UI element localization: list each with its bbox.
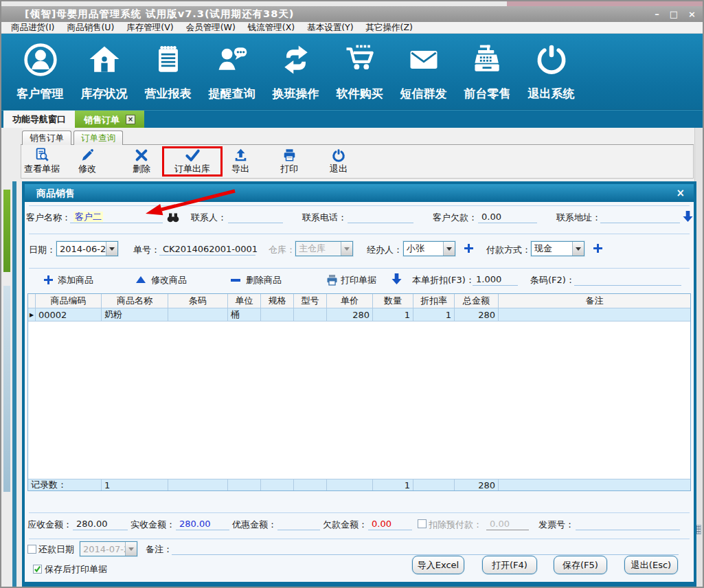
- view-doc-icon: [34, 147, 49, 162]
- toolbar-reminder-query[interactable]: 提醒查询: [200, 34, 264, 109]
- toolbar-inventory-status[interactable]: 库存状况: [72, 34, 136, 109]
- received-field[interactable]: 280.00: [176, 518, 229, 530]
- print-button[interactable]: 打印: [267, 147, 311, 175]
- minimize-button[interactable]: –: [655, 9, 659, 19]
- debt-amount-field: 0.00: [368, 518, 412, 530]
- phone-field[interactable]: [348, 211, 413, 223]
- separator: [29, 205, 690, 206]
- warehouse-combo: 主仓库: [295, 241, 353, 256]
- scroll-down-icon[interactable]: [391, 273, 402, 287]
- col-discount[interactable]: 折扣率: [413, 294, 455, 308]
- import-excel-button[interactable]: 导入Excel: [412, 556, 464, 574]
- barcode-label: 条码(F2)：: [530, 274, 575, 286]
- col-amount[interactable]: 总金额: [455, 294, 499, 308]
- toolbar-customer-mgmt[interactable]: 客户管理: [8, 34, 72, 109]
- window-controls: – □ ×: [655, 6, 696, 22]
- menu-item-cashflow[interactable]: 钱流管理(X): [242, 22, 301, 34]
- chevron-down-icon: [344, 247, 350, 251]
- dialog-header[interactable]: 商品销售 ×: [25, 184, 694, 202]
- date-label: 日期：: [29, 244, 56, 256]
- remove-product-button[interactable]: 删除商品: [246, 274, 282, 286]
- add-payment-icon[interactable]: [593, 244, 602, 253]
- row-indicator-icon: [28, 308, 36, 321]
- subtab-order-query[interactable]: 订单查询: [73, 131, 123, 145]
- payment-combo[interactable]: 现金: [531, 241, 584, 256]
- toolbar-shift-change[interactable]: 换班操作: [264, 34, 328, 109]
- export-button[interactable]: 导出: [218, 147, 262, 175]
- delete-button[interactable]: 删除: [120, 147, 163, 175]
- menu-item-settings[interactable]: 基本设置(Y): [301, 22, 359, 34]
- view-receipt-button[interactable]: 查看单据: [20, 147, 64, 175]
- toolbar-software-purchase[interactable]: 软件购买: [328, 34, 391, 109]
- modify-product-button[interactable]: 修改商品: [151, 274, 187, 286]
- add-handler-icon[interactable]: [464, 244, 473, 253]
- invoice-field[interactable]: [576, 518, 680, 530]
- tab-sales-order[interactable]: 销售订单 ×: [75, 111, 144, 128]
- toolbar-sms-broadcast[interactable]: 短信群发: [391, 34, 455, 109]
- date-combo[interactable]: 2014-06-20: [56, 241, 118, 256]
- separator: [29, 234, 690, 234]
- maximize-button[interactable]: □: [670, 9, 678, 19]
- exit-button[interactable]: 退出: [317, 147, 361, 175]
- dialog-close-icon[interactable]: ×: [676, 184, 685, 202]
- open-button[interactable]: 打开(F4): [482, 556, 537, 574]
- toolbar-front-retail[interactable]: 前台零售: [455, 34, 519, 109]
- col-price[interactable]: 单价: [327, 294, 373, 308]
- repay-date-checkbox[interactable]: [27, 545, 36, 554]
- save-button[interactable]: 保存(F5): [554, 556, 607, 574]
- modify-product-icon: [136, 276, 146, 283]
- tab-close-icon[interactable]: ×: [126, 115, 135, 124]
- qty-total: 1: [373, 479, 413, 490]
- subtab-sales-order[interactable]: 销售订单: [22, 131, 71, 145]
- print-after-save-checkbox[interactable]: [33, 565, 42, 574]
- tab-nav-window[interactable]: 功能导航窗口: [3, 111, 75, 128]
- col-unit[interactable]: 单位: [228, 294, 261, 308]
- handler-label: 经办人：: [367, 244, 402, 256]
- binoculars-icon[interactable]: [167, 212, 179, 225]
- menu-item-inventory[interactable]: 库存管理(V): [120, 22, 179, 34]
- add-product-icon: [44, 275, 53, 284]
- menu-item-members[interactable]: 会员管理(W): [180, 22, 242, 34]
- main-tab-bar: 功能导航窗口 销售订单 ×: [1, 110, 703, 128]
- handler-combo[interactable]: 小张: [403, 241, 455, 256]
- barcode-field[interactable]: [574, 273, 681, 286]
- print-receipt-button[interactable]: 打印单据: [341, 274, 376, 286]
- menu-item-purchase[interactable]: 商品进货(I): [5, 22, 60, 34]
- col-product-name[interactable]: 商品名称: [102, 294, 168, 308]
- exit-dialog-button[interactable]: 退出(Esc): [624, 556, 678, 574]
- dropdown-button[interactable]: [106, 242, 117, 256]
- power-icon: [534, 42, 569, 80]
- note-field[interactable]: [172, 543, 679, 555]
- modify-button[interactable]: 修改: [65, 147, 109, 175]
- reminder-icon: [214, 42, 250, 80]
- received-label: 实收金额：: [130, 519, 175, 531]
- discount-amount-field[interactable]: [277, 518, 320, 530]
- toolbar-business-report[interactable]: 营业报表: [136, 34, 200, 109]
- customer-debt-label: 客户欠款：: [433, 212, 477, 224]
- col-product-code[interactable]: 商品编码: [36, 294, 102, 308]
- toolbar-exit-system[interactable]: 退出系统: [519, 34, 583, 109]
- col-remark[interactable]: 备注: [499, 294, 690, 308]
- order-toolbar: 查看单据 修改 删除 订单出库 导出 打印 退出: [21, 145, 694, 179]
- col-spec[interactable]: 规格: [261, 294, 294, 308]
- customer-name-field[interactable]: 客户二: [70, 211, 163, 223]
- col-qty[interactable]: 数量: [373, 294, 413, 308]
- menu-item-sales[interactable]: 商品销售(U): [60, 22, 120, 34]
- prepay-label: 扣除预付款：: [429, 519, 482, 531]
- dropdown-button[interactable]: [572, 242, 584, 256]
- menu-item-other[interactable]: 其它操作(Z): [360, 22, 419, 34]
- contact-field[interactable]: [228, 211, 283, 223]
- warehouse-icon: [87, 42, 122, 80]
- col-model[interactable]: 型号: [294, 294, 327, 308]
- expand-down-icon[interactable]: [683, 210, 693, 225]
- close-button[interactable]: ×: [688, 9, 696, 19]
- address-field[interactable]: [600, 211, 680, 223]
- add-product-button[interactable]: 添加商品: [58, 274, 93, 286]
- col-barcode[interactable]: 条码: [168, 294, 228, 308]
- discount-field[interactable]: 1.000: [473, 273, 518, 286]
- row-indicator-header: [28, 294, 36, 308]
- table-row[interactable]: 00002 奶粉 桶 280 1 1 280: [28, 308, 690, 321]
- envelope-icon: [406, 42, 442, 80]
- main-toolbar: 客户管理 库存状况 营业报表 提醒查询 换班操作 软件购买 短信群发 前台零售: [1, 34, 703, 110]
- dropdown-button[interactable]: [443, 242, 455, 256]
